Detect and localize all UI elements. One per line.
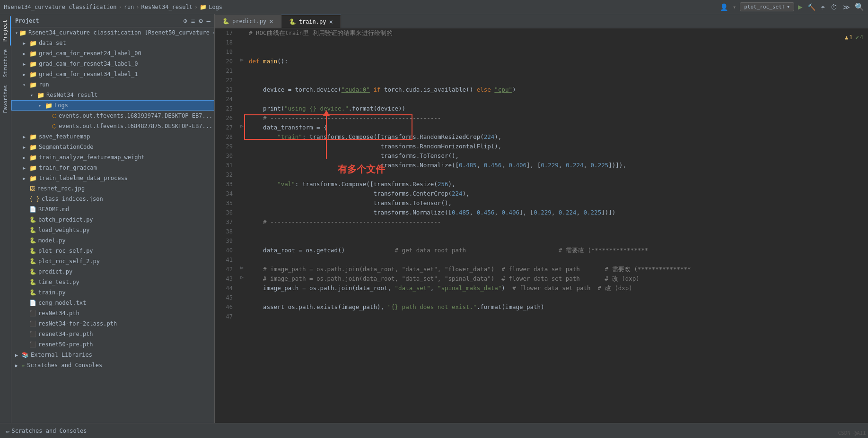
tab-train[interactable]: 🐍 train.py × (281, 15, 341, 28)
more-icon[interactable]: ≫ (843, 3, 850, 11)
ok-icon: ✔ (856, 34, 859, 41)
tree-item-scratches[interactable]: ▶ ✏ Scratches and Consoles (11, 360, 214, 370)
breadcrumb-sep-3: › (194, 4, 198, 10)
ln-34: 34 (215, 189, 233, 198)
tree-item-grad-cam-1[interactable]: ▶ 📁 grad_cam_for_resnet34_label_1 (11, 69, 214, 79)
breadcrumb-project[interactable]: Rsenet34_curvature classification (4, 4, 116, 10)
code-area[interactable]: # ROC曲线在train里 利用验证的结果来进行绘制的 def main():… (245, 28, 868, 423)
time-test-label: time_test.py (38, 279, 79, 285)
grad-cam-1-expand-icon: ▶ (23, 72, 28, 77)
predict-tab-close[interactable]: × (269, 17, 273, 25)
gutter-25 (238, 104, 245, 113)
run-config-label: plot_roc_self (744, 4, 785, 10)
sidebar-tab-project[interactable]: Project (0, 16, 11, 45)
tab-bar: 🐍 predict.py × 🐍 train.py × (215, 14, 868, 28)
code-line-41 (249, 255, 868, 265)
gutter-39 (238, 236, 245, 246)
code-line-23: device = torch.device("cuda:0" if torch.… (249, 85, 868, 94)
ln-23: 23 (215, 85, 233, 94)
class-indices-label: class_indices.json (42, 196, 103, 202)
project-root[interactable]: ▾ 📁 Rsenet34_curvature classification [R… (11, 27, 214, 38)
scratches-expand-icon: ▶ (15, 363, 21, 368)
tree-item-grad-cam-00[interactable]: ▶ 📁 grad_cam_for_resnet24_label_00 (11, 48, 214, 59)
tree-item-train-labelme[interactable]: ▶ 📁 train_labelme_data_process (11, 173, 214, 183)
code-line-37: # --------------------------------------… (249, 217, 868, 227)
tree-item-tf2[interactable]: ▶ ⬡ events.out.tfevents.1684827875.DESKT… (11, 121, 214, 131)
breadcrumb-logs[interactable]: Logs (209, 4, 222, 10)
user-icon[interactable]: 👤 (720, 3, 728, 11)
tree-item-logs[interactable]: ▾ 📁 Logs (11, 100, 214, 111)
tree-item-time-test[interactable]: ▶ 🐍 time_test.py (11, 277, 214, 287)
pth-file-icon-1: ⬛ (29, 310, 36, 317)
tree-item-train-analyze[interactable]: ▶ 📁 train_analyze_featuremap_weight (11, 152, 214, 163)
sidebar-tab-favorites[interactable]: Favorites (0, 81, 10, 117)
scratches-bottom[interactable]: ✏ Scratches and Consoles (6, 427, 87, 435)
pth-file-icon-4: ⬛ (29, 341, 36, 348)
tree-item-external-libs[interactable]: ▶ 📚 External Libraries (11, 350, 214, 360)
coverage-icon[interactable]: ☂ (821, 3, 825, 11)
train-analyze-expand-icon: ▶ (23, 155, 28, 160)
tree-item-readme[interactable]: ▶ 📄 README.md (11, 204, 214, 215)
build-icon[interactable]: 🔨 (807, 3, 815, 11)
sync-icon[interactable]: ⊕ (183, 17, 187, 25)
warning-count: 1 (849, 34, 852, 41)
tree-item-train-gradcam[interactable]: ▶ 📁 train_for_gradcam (11, 163, 214, 173)
tree-item-resnet34-result[interactable]: ▾ 📁 ResNet34_result (11, 90, 214, 100)
tree-item-resnet34-pth[interactable]: ▶ ⬛ resNet34.pth (11, 308, 214, 318)
ln-46: 46 (215, 302, 233, 312)
ln-38: 38 (215, 227, 233, 236)
tree-item-save-featuremap[interactable]: ▶ 📁 save_featuremap (11, 131, 214, 142)
code-line-21 (249, 66, 868, 76)
breadcrumb-result[interactable]: ResNet34_result (141, 4, 193, 10)
settings-icon[interactable]: ⚙ (199, 17, 202, 25)
json-file-icon: { } (29, 196, 40, 202)
tree-item-plot-roc-2[interactable]: ▶ 🐍 plot_roc_self_2.py (11, 256, 214, 266)
tree-item-tf1[interactable]: ▶ ⬡ events.out.tfevents.1683939747.DESKT… (11, 111, 214, 121)
predict-file-icon: 🐍 (29, 268, 36, 275)
gutter-42-fold[interactable]: ⊳ (238, 265, 245, 274)
sep: ▾ (733, 4, 736, 10)
train-tab-close[interactable]: × (329, 18, 333, 26)
tree-item-batch-predict[interactable]: ▶ 🐍 batch_predict.py (11, 215, 214, 225)
tree-item-data-set[interactable]: ▶ 📁 data_set (11, 38, 214, 48)
gutter-22 (238, 76, 245, 85)
load-weights-file-icon: 🐍 (29, 227, 36, 233)
profile-icon[interactable]: ⏱ (831, 3, 837, 11)
tree-item-model[interactable]: ▶ 🐍 model.py (11, 235, 214, 246)
search-icon[interactable]: 🔍 (855, 2, 864, 11)
ln-26: 26 (215, 113, 233, 123)
tree-item-resnet34-2class[interactable]: ▶ ⬛ resNet34-for-2class.pth (11, 318, 214, 329)
grad-cam-00-label: grad_cam_for_resnet24_label_00 (39, 50, 141, 57)
code-line-32 (249, 170, 868, 180)
tab-predict[interactable]: 🐍 predict.py × (215, 15, 281, 28)
collapse-all-icon[interactable]: ≡ (191, 17, 195, 25)
tree-item-resnet50-pre[interactable]: ▶ ⬛ resnet50-pre.pth (11, 339, 214, 350)
gutter-20-fold[interactable]: ⊳ (238, 57, 245, 66)
gutter-36 (238, 208, 245, 217)
tree-item-train[interactable]: ▶ 🐍 train.py (11, 287, 214, 298)
tree-item-segmentation[interactable]: ▶ 📁 SegmentationCode (11, 142, 214, 152)
tree-item-grad-cam-0[interactable]: ▶ 📁 grad_cam_for_resnet34_label_0 (11, 59, 214, 69)
hide-panel-icon[interactable]: — (207, 17, 210, 25)
sidebar-tab-structure[interactable]: Structure (0, 45, 10, 81)
breadcrumb-run[interactable]: run (124, 4, 134, 10)
tree-item-class-indices[interactable]: ▶ { } class_indices.json (11, 194, 214, 204)
tree-item-ceng-model[interactable]: ▶ 📄 ceng_model.txt (11, 298, 214, 308)
ln-17: 17 (215, 28, 233, 38)
run-config-dropdown[interactable]: plot_roc_self ▾ (740, 2, 794, 11)
tree-item-predict[interactable]: ▶ 🐍 predict.py (11, 266, 214, 277)
gutter-43-fold[interactable]: ⊳ (238, 274, 245, 283)
ln-37: 37 (215, 217, 233, 227)
tree-item-load-weights[interactable]: ▶ 🐍 load_weights.py (11, 225, 214, 235)
tree-item-plot-roc[interactable]: ▶ 🐍 plot_roc_self.py (11, 246, 214, 256)
gutter-27-fold[interactable]: ⊳ (238, 123, 245, 132)
ln-43: 43 (215, 274, 233, 283)
main-layout: Project Structure Favorites Project ⊕ ≡ … (0, 14, 868, 423)
run-button[interactable]: ▶ (798, 2, 803, 11)
ln-35: 35 (215, 198, 233, 208)
tree-item-run[interactable]: ▾ 📁 run (11, 79, 214, 90)
tree-item-resnet-roc[interactable]: ▶ 🖼 resnet_roc.jpg (11, 183, 214, 194)
segmentation-expand-icon: ▶ (23, 145, 28, 150)
tree-item-resnet34-pre[interactable]: ▶ ⬛ resnet34-pre.pth (11, 329, 214, 339)
train-analyze-folder-icon: 📁 (29, 154, 37, 161)
